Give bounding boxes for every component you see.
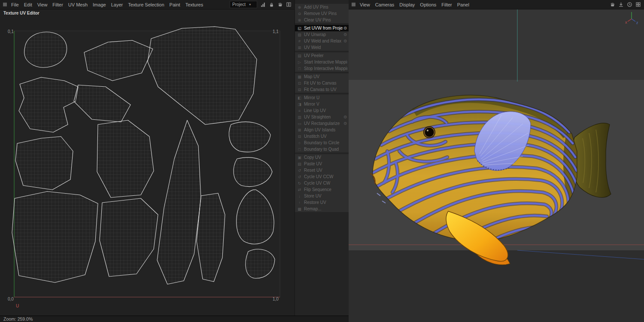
gear-icon[interactable]: ⚙ [343,39,347,43]
tool-menu-item[interactable]: ◱Set UVW from Projection⚙ [295,25,349,31]
tool-menu-item[interactable]: ◧Mirror U [295,94,349,101]
corner-label-00: 0,0 [8,297,14,301]
project-dropdown[interactable]: Project ▾ [230,1,257,8]
left-row: FileEditViewFilterUV MeshImageLayerTextu… [0,0,349,316]
lock-icon[interactable] [269,2,274,7]
uv-editor-toolbar: Project ▾ [230,1,292,8]
hand-tool-icon[interactable] [610,2,615,7]
history-icon[interactable] [627,2,632,7]
tool-menu-item[interactable]: ▧UV Unwrap⚙ [295,31,349,38]
mirror-v-icon: ◨ [297,102,302,106]
split-view-icon[interactable] [286,2,292,7]
tool-menu-item[interactable]: □Stop Interactive Mapping [295,65,349,72]
menu-edit[interactable]: Edit [21,1,35,8]
tool-menu-item-label: UV Unwrap [304,32,343,37]
gear-icon[interactable]: ⚙ [343,121,347,126]
menu-file[interactable]: File [9,1,21,8]
left-column: FileEditViewFilterUV MeshImageLayerTextu… [0,0,349,322]
rectangularize-icon: ▭ [297,122,302,126]
tool-menu-item-label: Add UV Pins [304,5,347,9]
tool-menu-item[interactable]: ⊗Clear UV Pins [295,17,349,23]
left-menu-items: FileEditViewFilterUV MeshImageLayerTextu… [9,1,206,8]
tool-menu-item[interactable]: ↓Store UV [295,193,349,199]
gear-icon[interactable]: ⚙ [343,115,347,119]
tool-menu-item[interactable]: ↑Restore UV [295,199,349,206]
quad-view-icon[interactable] [635,2,641,7]
tool-menu-item[interactable]: ⇄Flip Sequence [295,186,349,193]
menu-textures[interactable]: Textures [183,1,206,8]
download-icon[interactable] [618,2,624,7]
store-icon: ↓ [297,194,302,198]
circle-icon: ○ [297,141,302,145]
tool-menu-item[interactable]: ◨Mirror V [295,101,349,107]
menu-filter[interactable]: Filter [50,1,65,8]
graph-icon[interactable] [260,2,266,7]
tool-menu-item-label: Boundary to Circle [304,140,347,145]
3d-view[interactable]: x z [349,9,644,322]
tool-menu-item[interactable]: ▭UV Rectangularize⚙ [295,120,349,127]
tool-menu-item-label: UV Weld [304,45,347,50]
tool-menu-item[interactable]: ⊠Align UV Islands [295,127,349,133]
menu-view[interactable]: View [357,1,373,8]
menu-filter[interactable]: Filter [439,1,454,8]
tool-menu-item[interactable]: ⊞UV Weld [295,44,349,51]
tool-menu-item[interactable]: ▣Copy UV [295,154,349,161]
hand-tool-icon[interactable] [277,2,283,7]
tool-menu-item[interactable]: ⊕Add UV Pins [295,4,349,10]
tool-menu-item[interactable]: ▤UV Peeler [295,52,349,59]
map-icon: ▦ [297,75,302,79]
tool-menu-item[interactable]: ⊡Fit UV to Canvas [295,80,349,86]
menu-texture-selection[interactable]: Texture Selection [125,1,167,8]
uv-island[interactable] [15,137,73,190]
uv-islands-canvas[interactable]: 0,1 1,1 0,0 1,0 U [0,9,295,316]
gear-icon[interactable]: ⚙ [343,26,347,30]
peeler-icon: ▤ [297,54,302,58]
menu-uv-mesh[interactable]: UV Mesh [66,1,90,8]
projection-icon: ◱ [297,26,302,30]
pin-remove-icon: ⊖ [297,12,302,16]
tool-menu-item[interactable]: ⊟Unstitch UV [295,133,349,140]
tool-menu-item[interactable]: ▥UV Straighten⚙ [295,114,349,120]
tool-menu-item[interactable]: ○Boundary to Circle [295,140,349,146]
remap-icon: ▩ [297,207,302,211]
tool-menu-item[interactable]: ▷Start Interactive Mapping [295,59,349,65]
menu-display[interactable]: Display [397,1,417,8]
uv-canvas[interactable]: Texture UV Editor [0,9,295,316]
tool-menu-item-label: Store UV [304,194,347,198]
tool-menu-item[interactable]: ↻Cycle UV CW [295,180,349,186]
tool-menu-item[interactable]: #UV Weld and Relax⚙ [295,38,349,44]
viewport-toolbar [610,2,642,7]
tool-menu-item[interactable]: ▩Remap... [295,206,349,212]
tool-menu-item-label: Map UV [304,74,347,79]
uv-island[interactable] [24,32,67,67]
status-bar: Zoom: 259.0% [0,316,349,322]
uv-island[interactable] [12,191,98,283]
menu-view[interactable]: View [35,1,50,8]
tool-menu-list: ⊕Add UV Pins⊖Remove UV Pins⊗Clear UV Pin… [295,4,349,212]
tool-menu-item-label: Cycle UV CW [304,181,347,185]
menu-cameras[interactable]: Cameras [373,1,397,8]
tool-menu-item[interactable]: ▤Paste UV [295,161,349,167]
backdrop-far [349,9,644,80]
3d-scene: x z [349,9,644,322]
corner-label-11: 1,1 [273,29,279,34]
corner-label-10: 1,0 [273,297,279,301]
tool-menu-item[interactable]: ↺Cycle UV CCW [295,173,349,180]
tool-menu-item[interactable]: ≡Line Up UV [295,107,349,114]
gizmo-x-label: x [625,20,627,24]
menu-options[interactable]: Options [417,1,439,8]
gear-icon[interactable]: ⚙ [343,32,347,37]
tool-menu-item[interactable]: ⊖Remove UV Pins [295,10,349,17]
hamburger-icon[interactable] [2,2,8,7]
tool-menu-item[interactable]: □Boundary to Quad [295,146,349,152]
hamburger-icon[interactable] [351,2,356,7]
tool-menu: ⊕Add UV Pins⊖Remove UV Pins⊗Clear UV Pin… [295,0,349,316]
menu-image[interactable]: Image [90,1,109,8]
menu-layer[interactable]: Layer [109,1,126,8]
tool-menu-item[interactable]: ↺Reset UV [295,167,349,173]
tool-menu-item[interactable]: ⊟Fit Canvas to UV [295,86,349,93]
menu-paint[interactable]: Paint [167,1,183,8]
tool-menu-item[interactable]: ▦Map UV [295,73,349,80]
zoom-status: Zoom: 259.0% [3,316,33,322]
menu-panel[interactable]: Panel [455,1,472,8]
